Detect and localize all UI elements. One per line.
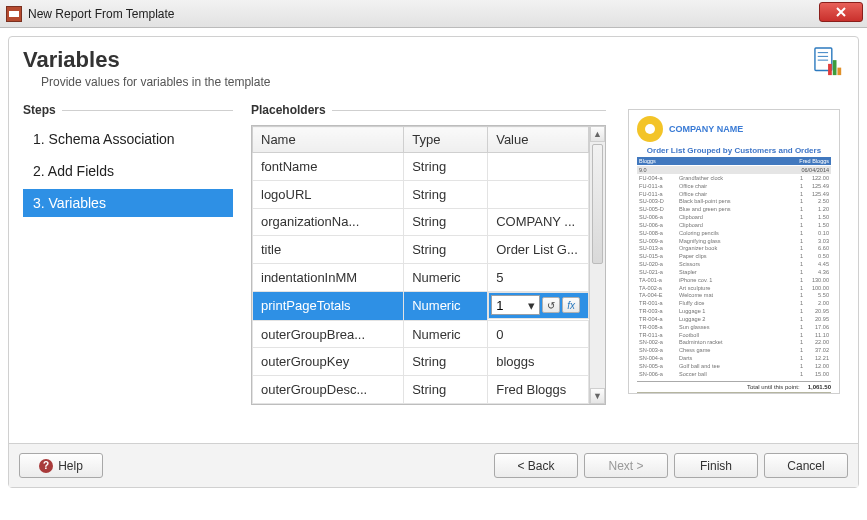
preview-data-row: SN-002-aBadminton racket122.00: [637, 339, 831, 347]
window-title: New Report From Template: [28, 7, 175, 21]
finish-button[interactable]: Finish: [674, 453, 758, 478]
cell-value[interactable]: 5: [488, 264, 589, 292]
table-header-row: Name Type Value: [253, 127, 589, 153]
preview-data-row: SN-004-aDarts112.21: [637, 355, 831, 363]
svg-rect-6: [837, 68, 841, 76]
scroll-up-arrow[interactable]: ▲: [590, 126, 605, 142]
logo-icon: [637, 116, 663, 142]
cell-name: outerGroupKey: [253, 348, 404, 376]
cell-type: String: [404, 348, 488, 376]
cell-type: String: [404, 180, 488, 208]
preview-rows: FU-004-aGrandfather clock1122.00FU-011-a…: [637, 175, 831, 379]
preview-data-row: SN-003-aChess game137.02: [637, 347, 831, 355]
preview-data-row: SN-006-aSoccer ball115.00: [637, 371, 831, 379]
cell-name: title: [253, 236, 404, 264]
dropdown-icon[interactable]: ▾: [524, 298, 539, 313]
cell-value[interactable]: Order List G...: [488, 236, 589, 264]
value-input[interactable]: [492, 298, 522, 313]
placeholders-label-text: Placeholders: [251, 103, 326, 117]
header-area: Variables Provide values for variables i…: [9, 37, 858, 103]
scroll-thumb[interactable]: [592, 144, 603, 264]
cell-type: String: [404, 236, 488, 264]
help-icon: ?: [39, 459, 53, 473]
preview-data-row: SU-008-aColoring pencils10.10: [637, 230, 831, 238]
preview-grey-right: 06/04/2014: [801, 167, 829, 173]
step-variables[interactable]: 3. Variables: [23, 189, 233, 217]
preview-subgroup-row: 9.0 06/04/2014: [637, 166, 831, 174]
cell-type: Numeric: [404, 264, 488, 292]
page-heading: Variables: [23, 47, 844, 73]
table-row[interactable]: titleStringOrder List G...: [253, 236, 589, 264]
wizard-panel: Variables Provide values for variables i…: [8, 36, 859, 488]
preview-band-right: Fred Bloggs: [799, 158, 829, 164]
page-subtitle: Provide values for variables in the temp…: [23, 75, 844, 89]
cell-value[interactable]: [488, 180, 589, 208]
cell-type: String: [404, 153, 488, 181]
preview-data-row: SN-005-aGolf ball and tee112.00: [637, 363, 831, 371]
preview-data-row: SU-013-aOrganizer book16.60: [637, 245, 831, 253]
table-row[interactable]: outerGroupDesc...StringFred Bloggs: [253, 376, 589, 404]
preview-data-row: FU-011-aOffice chair1125.49: [637, 191, 831, 199]
cell-value[interactable]: bloggs: [488, 348, 589, 376]
step-schema-association[interactable]: 1. Schema Association: [23, 125, 233, 153]
scroll-down-arrow[interactable]: ▼: [590, 388, 605, 404]
col-name[interactable]: Name: [253, 127, 404, 153]
preview-data-row: SU-020-aScissors14.45: [637, 261, 831, 269]
help-label: Help: [58, 459, 83, 473]
preview-data-row: SU-006-aClipboard11.50: [637, 214, 831, 222]
cell-value[interactable]: COMPANY ...: [488, 208, 589, 236]
cell-value[interactable]: 0: [488, 320, 589, 348]
table-row[interactable]: outerGroupBrea...Numeric0: [253, 320, 589, 348]
preview-band-left: Bloggs: [639, 158, 656, 164]
table-row[interactable]: logoURLString: [253, 180, 589, 208]
cell-name: outerGroupDesc...: [253, 376, 404, 404]
step-add-fields[interactable]: 2. Add Fields: [23, 157, 233, 185]
cell-value[interactable]: [488, 153, 589, 181]
help-button[interactable]: ? Help: [19, 453, 103, 478]
preview-data-row: TR-011-aFootboll111.10: [637, 332, 831, 340]
table-row[interactable]: organizationNa...StringCOMPANY ...: [253, 208, 589, 236]
preview-data-row: TA-004-EWelcome mat15.50: [637, 292, 831, 300]
col-value[interactable]: Value: [488, 127, 589, 153]
undo-button[interactable]: ↺: [542, 297, 560, 313]
wizard-button-bar: ? Help < Back Next > Finish Cancel: [9, 443, 858, 487]
cancel-button[interactable]: Cancel: [764, 453, 848, 478]
report-preview: COMPANY NAME Order List Grouped by Custo…: [628, 109, 840, 394]
formula-button[interactable]: fx: [562, 297, 580, 313]
close-button[interactable]: [819, 2, 863, 22]
back-button[interactable]: < Back: [494, 453, 578, 478]
cell-value[interactable]: Fred Bloggs: [488, 376, 589, 404]
divider: [62, 110, 233, 111]
steps-group-label: Steps: [23, 103, 233, 117]
divider: [332, 110, 606, 111]
preview-header: COMPANY NAME: [637, 116, 831, 142]
preview-total-label: Total until this point:: [747, 384, 800, 390]
preview-column: COMPANY NAME Order List Grouped by Custo…: [624, 103, 844, 405]
cell-type: Numeric: [404, 291, 488, 320]
cell-name: logoURL: [253, 180, 404, 208]
preview-data-row: TR-004-aLuggage 2120.95: [637, 316, 831, 324]
cell-type: String: [404, 208, 488, 236]
steps-list: 1. Schema Association 2. Add Fields 3. V…: [23, 125, 233, 217]
col-type[interactable]: Type: [404, 127, 488, 153]
preview-data-row: TR-001-aFluffy dice12.00: [637, 300, 831, 308]
cell-type: Numeric: [404, 320, 488, 348]
svg-rect-5: [833, 60, 837, 75]
vertical-scrollbar[interactable]: ▲ ▼: [589, 126, 605, 404]
close-icon: [835, 7, 847, 17]
value-editor[interactable]: ▾: [491, 295, 540, 315]
preview-data-row: SU-015-aPaper clips10.50: [637, 253, 831, 261]
table-row[interactable]: printPageTotalsNumeric▾↺fx: [253, 291, 589, 320]
cell-name: outerGroupBrea...: [253, 320, 404, 348]
preview-company-name: COMPANY NAME: [669, 124, 743, 134]
preview-data-row: TA-002-aArt sculpture1100.00: [637, 285, 831, 293]
preview-data-row: SU-021-aStapler14.36: [637, 269, 831, 277]
placeholders-table[interactable]: Name Type Value fontNameStringlogoURLStr…: [252, 126, 589, 404]
table-row[interactable]: outerGroupKeyStringbloggs: [253, 348, 589, 376]
cell-value[interactable]: ▾↺fx: [488, 292, 588, 319]
next-button: Next >: [584, 453, 668, 478]
table-row[interactable]: indentationInMMNumeric5: [253, 264, 589, 292]
table-row[interactable]: fontNameString: [253, 153, 589, 181]
svg-rect-4: [828, 64, 832, 75]
preview-subtotal: Total until this point: 1,061.50: [637, 381, 831, 390]
